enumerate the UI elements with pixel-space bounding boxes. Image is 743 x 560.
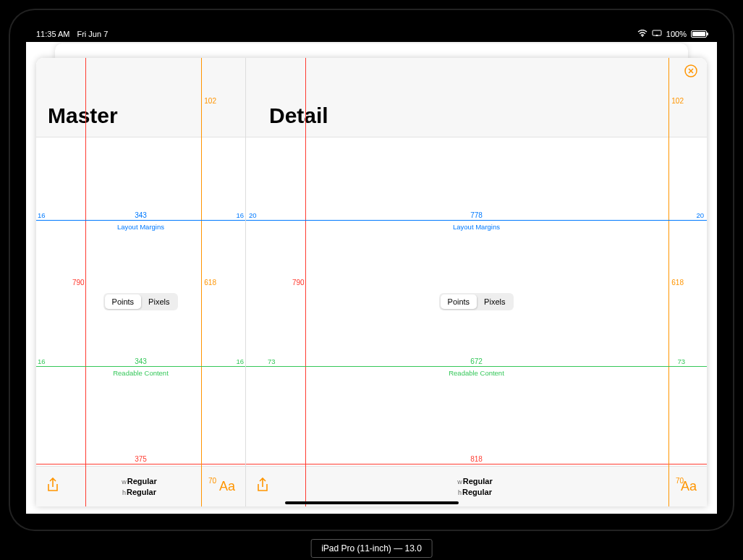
status-bar: 11:35 AM Fri Jun 7 100% [26,26,717,42]
master-navbar: Master [36,58,245,137]
seg-points[interactable]: Points [441,294,477,309]
font-button[interactable]: Aa [681,479,697,494]
master-unit-segment[interactable]: Points Pixels [103,293,179,310]
detail-title: Detail [269,103,328,128]
detail-unit-segment[interactable]: Points Pixels [439,293,514,310]
airplay-icon [652,30,662,38]
detail-toolbar: wRegular hRegular Aa [246,466,707,506]
screen: 11:35 AM Fri Jun 7 100% [26,26,717,514]
detail-navbar: Detail [246,58,707,137]
time-label: 11:35 AM [36,30,69,38]
date-label: Fri Jun 7 [77,30,108,38]
home-indicator [285,501,459,504]
battery-pct-label: 100% [666,30,687,38]
app-sheet: Master Points Pixels wRegular [36,58,707,506]
detail-sizeclass: wRegular hRegular [457,476,492,497]
detail-pane: Detail Points Pixels wRegular [246,58,707,506]
seg-points[interactable]: Points [105,294,142,309]
master-safeheight-line [201,58,202,506]
seg-pixels[interactable]: Pixels [141,294,177,309]
master-width-line [36,464,245,464]
seg-pixels[interactable]: Pixels [477,294,512,309]
master-content: Points Pixels [36,137,245,466]
split-view: Master Points Pixels wRegular [36,58,707,506]
wifi-icon [637,30,648,38]
device-frame: 11:35 AM Fri Jun 7 100% [9,9,734,531]
detail-safeheight-line [668,58,669,506]
share-icon[interactable] [46,478,59,496]
detail-lm-line [246,220,707,221]
master-toolbar: wRegular hRegular Aa [36,466,245,506]
svg-point-0 [642,35,643,37]
master-fullheight-line [85,58,86,506]
share-icon[interactable] [256,478,269,496]
detail-rc-line [246,366,707,367]
master-rc-line [36,366,245,367]
master-title: Master [48,103,118,128]
master-pane: Master Points Pixels wRegular [36,58,246,506]
master-lm-line [36,220,245,221]
battery-icon [691,30,707,38]
detail-content: Points Pixels [246,137,707,466]
detail-fullheight-line [305,58,306,506]
close-button[interactable] [684,64,698,80]
master-sizeclass: wRegular hRegular [122,476,156,497]
detail-width-line [246,464,707,464]
font-button[interactable]: Aa [219,479,235,494]
device-label: iPad Pro (11-inch) — 13.0 [310,539,433,558]
